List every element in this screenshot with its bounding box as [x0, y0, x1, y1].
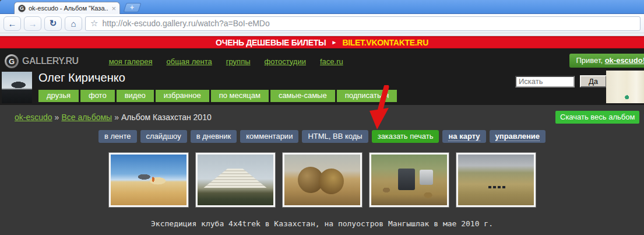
logo-text: GALLERY.RU — [22, 56, 79, 66]
nav-link-my-gallery[interactable]: моя галерея — [109, 57, 153, 66]
album-thumbnail-valley[interactable] — [456, 153, 536, 207]
nav-link-face-ru[interactable]: face.ru — [320, 57, 343, 66]
album-page-content: ok-escudo»Все альбомы»Альбом Казахстан 2… — [0, 105, 644, 235]
address-bar[interactable]: ☆ http://ok-escudo.gallery.ru/watch?a=Bo… — [85, 16, 641, 31]
download-album-button[interactable]: Скачать весь альбом — [555, 111, 639, 124]
reload-button[interactable]: ↻ — [44, 16, 62, 31]
header-nav-links: моя галерея общая лента группы фотостуди… — [109, 57, 343, 66]
album-thumbnail-spheres[interactable] — [283, 153, 362, 207]
menu-item-by-month[interactable]: по месяцам — [211, 90, 269, 102]
toolbar-button-comments[interactable]: комментарии — [240, 130, 298, 143]
toolbar-button-manage[interactable]: управление — [490, 130, 546, 143]
header-top-row: G GALLERY.RU моя галерея общая лента гру… — [0, 54, 644, 69]
search-area: Да — [515, 75, 607, 87]
back-icon: ← — [8, 19, 17, 29]
side-ad-photo[interactable] — [606, 71, 644, 103]
album-right-actions: Скачать весь альбом Разм — [555, 111, 644, 124]
close-tab-icon[interactable]: × — [111, 5, 116, 12]
toolbar-button-in-feed[interactable]: в ленте — [98, 130, 137, 143]
toolbar-button-order-print[interactable]: заказать печать — [372, 130, 439, 143]
user-name: Олег Кириченко — [38, 71, 125, 85]
menu-item-friends[interactable]: друзья — [38, 90, 79, 102]
toolbar-button-on-map[interactable]: на карту — [442, 130, 485, 143]
nav-link-groups[interactable]: группы — [226, 57, 251, 66]
profile-row: Олег Кириченко друзья фото видео избранн… — [0, 71, 644, 105]
album-thumbnail-mesa[interactable] — [196, 153, 275, 207]
greeting-prefix: Привет, — [576, 56, 605, 65]
thumbnail-strip — [0, 153, 644, 207]
new-tab-button[interactable]: + — [123, 3, 141, 12]
nav-link-common-feed[interactable]: общая лента — [166, 57, 212, 66]
album-thumbnail-rocks[interactable] — [369, 153, 449, 207]
menu-item-favorites[interactable]: избранное — [156, 90, 209, 102]
album-thumbnail-dune[interactable] — [109, 153, 188, 207]
reload-icon: ↻ — [50, 18, 57, 29]
forward-icon: → — [29, 19, 37, 29]
home-button[interactable]: ⌂ — [65, 16, 82, 31]
toolbar-button-html-bb-codes[interactable]: HTML, BB коды — [302, 130, 368, 143]
tab-title: ok-escudo - Альбом "Каза... — [29, 5, 108, 12]
bookmark-star-icon[interactable]: ☆ — [90, 18, 98, 29]
ad-banner-link[interactable]: BILET.VKONTAKTE.RU — [342, 38, 428, 47]
user-avatar[interactable] — [2, 72, 32, 103]
home-icon: ⌂ — [71, 19, 76, 29]
toolbar-button-slideshow[interactable]: слайдшоу — [140, 130, 187, 143]
red-annotation-arrow — [365, 85, 396, 132]
breadcrumb-current-album: Альбом Казахстан 2010 — [121, 113, 212, 122]
plus-icon: + — [130, 4, 134, 11]
site-favicon-icon: G — [18, 5, 26, 12]
breadcrumb-albums-link[interactable]: Все альбомы — [61, 113, 112, 122]
greeting-button[interactable]: Привет, ok-escudo! — [569, 54, 644, 68]
album-toolbar: в ленте слайдшоу в дневник комментарии H… — [0, 130, 644, 143]
toolbar-button-to-diary[interactable]: в дневник — [191, 130, 237, 143]
gallery-ru-logo[interactable]: G GALLERY.RU — [5, 54, 79, 68]
forward-button[interactable]: → — [24, 16, 41, 31]
breadcrumb-separator: » — [112, 113, 121, 122]
nav-link-photostudios[interactable]: фотостудии — [265, 57, 306, 66]
search-input[interactable] — [515, 76, 575, 87]
ad-banner[interactable]: ОЧЕНЬ ДЕШЕВЫЕ БИЛЕТЫ ► BILET.VKONTAKTE.R… — [0, 36, 644, 48]
album-caption: Экспедиция клуба 4x4trek в Казахстан, на… — [0, 219, 644, 228]
browser-toolbar: ← → ↻ ⌂ ☆ http://ok-escudo.gallery.ru/wa… — [0, 14, 644, 33]
profile-menu: друзья фото видео избранное по месяцам с… — [38, 90, 397, 102]
menu-item-video[interactable]: видео — [117, 90, 154, 102]
browser-window: G ok-escudo - Альбом "Каза... × + ← → ↻ … — [0, 0, 644, 235]
browser-tab[interactable]: G ok-escudo - Альбом "Каза... × — [14, 2, 120, 14]
ad-banner-message: ОЧЕНЬ ДЕШЕВЫЕ БИЛЕТЫ — [216, 38, 326, 47]
greeting-username-link[interactable]: ok-escudo! — [605, 56, 644, 65]
search-submit-button[interactable]: Да — [580, 75, 607, 87]
url-text[interactable]: http://ok-escudo.gallery.ru/watch?a=BoI-… — [102, 19, 269, 28]
menu-item-photo[interactable]: фото — [80, 90, 115, 102]
logo-g-icon: G — [5, 54, 19, 68]
site-header: G GALLERY.RU моя галерея общая лента гру… — [0, 48, 644, 105]
breadcrumb: ok-escudo»Все альбомы»Альбом Казахстан 2… — [15, 113, 644, 122]
breadcrumb-separator: » — [52, 113, 62, 122]
menu-item-best[interactable]: самые-самые — [270, 90, 335, 102]
back-button[interactable]: ← — [3, 16, 21, 31]
browser-titlebar: G ok-escudo - Альбом "Каза... × + — [0, 0, 644, 14]
breadcrumb-row: ok-escudo»Все альбомы»Альбом Казахстан 2… — [0, 105, 644, 125]
breadcrumb-user-link[interactable]: ok-escudo — [15, 113, 52, 122]
ad-arrow-icon: ► — [331, 39, 337, 45]
